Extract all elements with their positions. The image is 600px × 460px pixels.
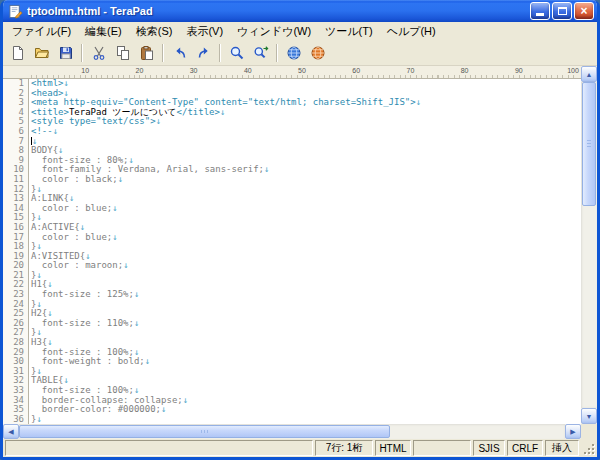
magnifier-icon	[229, 45, 245, 61]
line-number: 1	[3, 79, 29, 89]
line-number: 36	[3, 415, 29, 424]
editor-line-23[interactable]: 23 font-size : 125%;↓	[3, 290, 581, 300]
new-file-icon	[10, 45, 26, 61]
editor-line-12[interactable]: 12}↓	[3, 185, 581, 195]
web-site-button[interactable]	[306, 42, 329, 64]
linebreak-mark: ↓	[134, 385, 139, 395]
ruler: 102030405060708090100	[3, 66, 581, 79]
linebreak-mark: ↓	[36, 366, 41, 376]
editor-line-30[interactable]: 30 font-weight : bold;↓	[3, 357, 581, 367]
editor-line-15[interactable]: 15}↓	[3, 213, 581, 223]
scroll-down-button[interactable]: ▼	[581, 408, 597, 424]
find-next-button[interactable]	[249, 42, 272, 64]
linebreak-mark: ↓	[112, 232, 117, 242]
window-title: tptoolmn.html - TeraPad	[27, 5, 526, 17]
horizontal-scrollbar[interactable]: ◀ ▶	[3, 424, 581, 439]
ruler-tick-50: 50	[298, 67, 306, 74]
linebreak-mark: ↓	[134, 289, 139, 299]
redo-button[interactable]	[192, 42, 215, 64]
ruler-tick-10: 10	[81, 67, 89, 74]
linebreak-mark: ↓	[161, 404, 166, 414]
minimize-button[interactable]	[530, 2, 550, 20]
editor-line-20[interactable]: 20 color : maroon;↓	[3, 261, 581, 271]
resize-grip[interactable]	[581, 440, 596, 456]
toolbar	[3, 41, 597, 66]
linebreak-mark: ↓	[53, 126, 58, 136]
line-number: 5	[3, 117, 29, 127]
find-button[interactable]	[225, 42, 248, 64]
maximize-icon	[558, 7, 567, 15]
editor-line-14[interactable]: 14 color : blue;↓	[3, 204, 581, 214]
maximize-button[interactable]	[552, 2, 572, 20]
horizontal-scroll-thumb[interactable]	[19, 425, 390, 438]
editor-line-24[interactable]: 24}↓	[3, 300, 581, 310]
menu-item-view[interactable]: 表示(V)	[179, 22, 230, 41]
menu-item-tool[interactable]: ツール(T)	[318, 22, 380, 41]
editor-line-6[interactable]: 6<!--↓	[3, 127, 581, 137]
vertical-scrollbar[interactable]: ▲ ▼	[581, 66, 597, 424]
vertical-scroll-track[interactable]	[581, 82, 597, 408]
menu-item-help[interactable]: ヘルプ(H)	[380, 22, 443, 41]
close-button[interactable]: ×	[574, 2, 594, 20]
undo-arrow-icon	[172, 45, 188, 61]
line-number: 8	[3, 146, 29, 156]
editor-line-35[interactable]: 35 border-color: #000000;↓	[3, 405, 581, 415]
line-number: 6	[3, 127, 29, 137]
terapad-window: tptoolmn.html - TeraPad × ファイル(F)編集(E)検索…	[0, 0, 600, 460]
editor-line-21[interactable]: 21}↓	[3, 271, 581, 281]
editor-line-5[interactable]: 5<style type="text/css">↓	[3, 117, 581, 127]
open-file-button[interactable]	[30, 42, 53, 64]
line-text: color : blue;↓	[29, 233, 118, 243]
linebreak-mark: ↓	[36, 212, 41, 222]
scroll-right-button[interactable]: ▶	[565, 424, 581, 439]
menu-bar: ファイル(F)編集(E)検索(S)表示(V)ウィンドウ(W)ツール(T)ヘルプ(…	[3, 22, 597, 41]
line-text: }↓	[29, 415, 42, 424]
scroll-up-icon: ▲	[586, 71, 593, 78]
new-file-button[interactable]	[6, 42, 29, 64]
editor-line-11[interactable]: 11 color : black;↓	[3, 175, 581, 185]
save-file-button[interactable]	[54, 42, 77, 64]
copy-icon	[115, 45, 131, 61]
menu-item-window[interactable]: ウィンドウ(W)	[230, 22, 318, 41]
linebreak-mark: ↓	[112, 203, 117, 213]
ruler-tick-80: 80	[461, 67, 469, 74]
cut-button[interactable]	[87, 42, 110, 64]
scroll-right-icon: ▶	[570, 428, 575, 436]
menu-item-file[interactable]: ファイル(F)	[5, 22, 78, 41]
vertical-scroll-thumb[interactable]	[582, 82, 596, 206]
editor-line-7[interactable]: 7↓	[3, 137, 581, 147]
editor-line-27[interactable]: 27}↓	[3, 328, 581, 338]
browser-preview-button[interactable]	[282, 42, 305, 64]
editor-text-area[interactable]: 1<html>↓2<head>↓3<meta http-equiv="Conte…	[3, 79, 581, 424]
editor-line-1[interactable]: 1<html>↓	[3, 79, 581, 89]
editor-line-17[interactable]: 17 color : blue;↓	[3, 233, 581, 243]
linebreak-mark: ↓	[64, 88, 69, 98]
title-bar[interactable]: tptoolmn.html - TeraPad ×	[3, 0, 597, 22]
line-text: font-weight : bold;↓	[29, 357, 150, 367]
linebreak-mark: ↓	[47, 279, 52, 289]
linebreak-mark: ↓	[36, 299, 41, 309]
horizontal-scroll-track[interactable]	[19, 424, 565, 439]
ruler-tick-70: 70	[406, 67, 414, 74]
line-text: font-size : 110%;↓	[29, 319, 139, 329]
status-spare	[413, 440, 471, 456]
line-number: 4	[3, 108, 29, 118]
linebreak-mark: ↓	[36, 327, 41, 337]
scroll-left-icon: ◀	[8, 428, 13, 436]
linebreak-mark: ↓	[36, 241, 41, 251]
paste-button[interactable]	[135, 42, 158, 64]
menu-item-edit[interactable]: 編集(E)	[78, 22, 129, 41]
copy-button[interactable]	[111, 42, 134, 64]
editor-line-36[interactable]: 36}↓	[3, 415, 581, 424]
scroll-up-button[interactable]: ▲	[581, 66, 597, 82]
undo-button[interactable]	[168, 42, 191, 64]
status-encoding: SJIS	[473, 440, 505, 456]
editor-line-26[interactable]: 26 font-size : 110%;↓	[3, 319, 581, 329]
editor-line-31[interactable]: 31}↓	[3, 367, 581, 377]
linebreak-mark: ↓	[183, 395, 188, 405]
open-folder-icon	[34, 45, 50, 61]
blue-globe-icon	[286, 45, 302, 61]
linebreak-mark: ↓	[58, 145, 63, 155]
menu-item-search[interactable]: 検索(S)	[129, 22, 180, 41]
scroll-left-button[interactable]: ◀	[3, 424, 19, 439]
